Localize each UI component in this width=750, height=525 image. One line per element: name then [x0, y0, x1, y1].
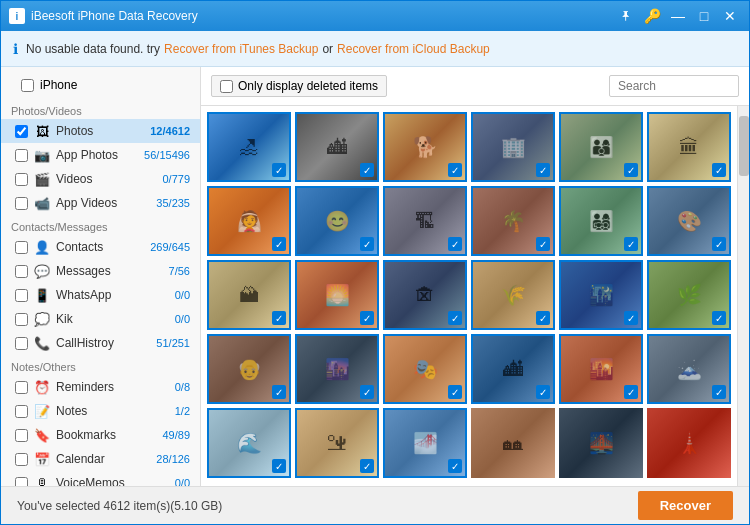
photo-cell[interactable]: 🎭 — [383, 334, 467, 404]
reminders-checkbox[interactable] — [15, 381, 28, 394]
contacts-checkbox[interactable] — [15, 241, 28, 254]
photo-cell[interactable]: 🌅 — [295, 260, 379, 330]
app-icon: i — [9, 8, 25, 24]
app-videos-label: App Videos — [56, 196, 150, 210]
sidebar-item-notes[interactable]: 📝 Notes 1/2 — [1, 399, 200, 423]
contacts-label: Contacts — [56, 240, 144, 254]
videos-checkbox[interactable] — [15, 173, 28, 186]
notes-checkbox[interactable] — [15, 405, 28, 418]
photo-cell[interactable]: 🏗 — [383, 186, 467, 256]
photo-cell[interactable]: 🗻 — [647, 334, 731, 404]
notes-count: 1/2 — [175, 405, 190, 417]
messages-checkbox[interactable] — [15, 265, 28, 278]
photo-cell[interactable]: 🌃 — [559, 260, 643, 330]
photo-cell[interactable]: 🏜 — [295, 408, 379, 478]
info-bar: ℹ No usable data found. try Recover from… — [1, 31, 749, 67]
voicememos-checkbox[interactable] — [15, 477, 28, 487]
photo-cell[interactable]: 👰 — [207, 186, 291, 256]
photo-cell[interactable]: 🐕 — [383, 112, 467, 182]
category-contacts-messages: Contacts/Messages — [1, 215, 200, 235]
photo-cell[interactable]: 🌇 — [559, 334, 643, 404]
photo-cell[interactable]: 🎨 — [647, 186, 731, 256]
photo-cell[interactable]: 🌉 — [559, 408, 643, 478]
app-photos-checkbox[interactable] — [15, 149, 28, 162]
maximize-button[interactable]: □ — [693, 6, 715, 26]
close-button[interactable]: ✕ — [719, 6, 741, 26]
photo-cell[interactable]: 🏙 — [295, 112, 379, 182]
app-photos-count: 56/15496 — [144, 149, 190, 161]
sidebar-item-app-videos[interactable]: 📹 App Videos 35/235 — [1, 191, 200, 215]
device-section: iPhone — [1, 67, 200, 99]
sidebar-item-reminders[interactable]: ⏰ Reminders 0/8 — [1, 375, 200, 399]
sidebar-item-whatsapp[interactable]: 📱 WhatsApp 0/0 — [1, 283, 200, 307]
sidebar-item-bookmarks[interactable]: 🔖 Bookmarks 49/89 — [1, 423, 200, 447]
category-notes-others: Notes/Others — [1, 355, 200, 375]
photo-cell[interactable]: 🌊 — [207, 408, 291, 478]
sidebar-item-kik[interactable]: 💭 Kik 0/0 — [1, 307, 200, 331]
sidebar-item-videos[interactable]: 🎬 Videos 0/779 — [1, 167, 200, 191]
photo-cell[interactable]: 👨‍👩‍👧‍👦 — [559, 186, 643, 256]
voicememos-icon: 🎙 — [34, 475, 50, 486]
videos-icon: 🎬 — [34, 171, 50, 187]
app-photos-icon: 📷 — [34, 147, 50, 163]
recover-button[interactable]: Recover — [638, 491, 733, 520]
photo-cell[interactable]: 🏔 — [207, 260, 291, 330]
status-bar: You've selected 4612 item(s)(5.10 GB) Re… — [1, 486, 749, 524]
messages-label: Messages — [56, 264, 163, 278]
callhistory-checkbox[interactable] — [15, 337, 28, 350]
sidebar-item-calendar[interactable]: 📅 Calendar 28/126 — [1, 447, 200, 471]
photo-cell[interactable]: 🗼 — [647, 408, 731, 478]
kik-checkbox[interactable] — [15, 313, 28, 326]
status-text: You've selected 4612 item(s)(5.10 GB) — [17, 499, 222, 513]
photo-cell[interactable]: 🏘 — [471, 408, 555, 478]
device-row[interactable]: iPhone — [11, 75, 190, 95]
calendar-checkbox[interactable] — [15, 453, 28, 466]
photos-checkbox[interactable] — [15, 125, 28, 138]
main-area: iPhone Photos/Videos 🖼 Photos 12/4612 📷 … — [1, 67, 749, 486]
photo-cell[interactable]: 🏚 — [383, 260, 467, 330]
device-checkbox[interactable] — [21, 79, 34, 92]
pin-button[interactable]: 🖈 — [615, 6, 637, 26]
photo-cell[interactable]: 🏙 — [471, 334, 555, 404]
whatsapp-checkbox[interactable] — [15, 289, 28, 302]
sidebar-item-voicememos[interactable]: 🎙 VoiceMemos 0/0 — [1, 471, 200, 486]
search-input[interactable] — [609, 75, 739, 97]
calendar-count: 28/126 — [156, 453, 190, 465]
sidebar-item-app-photos[interactable]: 📷 App Photos 56/15496 — [1, 143, 200, 167]
videos-count: 0/779 — [162, 173, 190, 185]
scrollbar[interactable] — [737, 106, 749, 486]
photo-cell[interactable]: 🌴 — [471, 186, 555, 256]
photo-cell[interactable]: 🏢 — [471, 112, 555, 182]
photo-cell[interactable]: 🌿 — [647, 260, 731, 330]
app-videos-checkbox[interactable] — [15, 197, 28, 210]
bookmarks-checkbox[interactable] — [15, 429, 28, 442]
deleted-items-filter[interactable]: Only display deleted items — [211, 75, 387, 97]
photo-cell[interactable]: 🌆 — [295, 334, 379, 404]
callhistory-label: CallHistroy — [56, 336, 150, 350]
sidebar-item-contacts[interactable]: 👤 Contacts 269/645 — [1, 235, 200, 259]
contacts-icon: 👤 — [34, 239, 50, 255]
photo-cell[interactable]: 🏛 — [647, 112, 731, 182]
icloud-backup-link[interactable]: Recover from iCloud Backup — [337, 42, 490, 56]
itunes-backup-link[interactable]: Recover from iTunes Backup — [164, 42, 318, 56]
sidebar-item-photos[interactable]: 🖼 Photos 12/4612 — [1, 119, 200, 143]
key-button[interactable]: 🔑 — [641, 6, 663, 26]
photos-count: 12/4612 — [150, 125, 190, 137]
photo-cell[interactable]: 🌾 — [471, 260, 555, 330]
voicememos-label: VoiceMemos — [56, 476, 169, 486]
photo-cell[interactable]: 😊 — [295, 186, 379, 256]
photo-cell[interactable]: 🏖 — [207, 112, 291, 182]
app-photos-label: App Photos — [56, 148, 138, 162]
photo-cell[interactable]: 👨‍👩‍👦 — [559, 112, 643, 182]
title-bar: i iBeesoft iPhone Data Recovery 🖈 🔑 — □ … — [1, 1, 749, 31]
scrollbar-thumb[interactable] — [739, 116, 749, 176]
photo-cell[interactable]: 👴 — [207, 334, 291, 404]
whatsapp-icon: 📱 — [34, 287, 50, 303]
deleted-items-checkbox[interactable] — [220, 80, 233, 93]
photo-cell[interactable]: 🌁 — [383, 408, 467, 478]
reminders-label: Reminders — [56, 380, 169, 394]
sidebar-item-callhistory[interactable]: 📞 CallHistroy 51/251 — [1, 331, 200, 355]
minimize-button[interactable]: — — [667, 6, 689, 26]
calendar-label: Calendar — [56, 452, 150, 466]
sidebar-item-messages[interactable]: 💬 Messages 7/56 — [1, 259, 200, 283]
